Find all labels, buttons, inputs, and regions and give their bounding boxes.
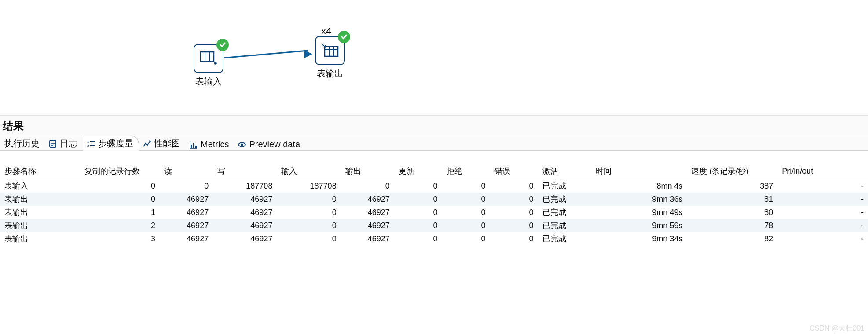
- cell-time: 8mn 4s: [591, 179, 687, 193]
- svg-rect-19: [193, 143, 194, 148]
- cell-input: 0: [277, 206, 341, 219]
- table-row[interactable]: 表输出14692746927046927000已完成9mn 49s80-: [0, 206, 868, 219]
- step-metrics-table-wrap: 步骤名称 复制的记录行数 读 写 输入 输出 更新 拒绝 错误 激活 时间 速度…: [0, 163, 868, 245]
- col-copied-rows[interactable]: 复制的记录行数: [80, 163, 160, 179]
- table-row[interactable]: 表输出34692746927046927000已完成9mn 34s82-: [0, 232, 868, 245]
- cell-read: 46927: [160, 219, 213, 232]
- cell-time: 9mn 49s: [591, 206, 687, 219]
- col-output[interactable]: 输出: [341, 163, 394, 179]
- col-speed[interactable]: 速度 (条记录/秒): [687, 163, 777, 179]
- svg-rect-0: [201, 52, 214, 62]
- tab-step-metrics-label: 步骤度量: [98, 138, 133, 149]
- cell-read: 46927: [160, 232, 213, 245]
- col-error[interactable]: 错误: [490, 163, 538, 179]
- step-table-input-box: [194, 44, 223, 73]
- cell-output: 46927: [341, 193, 394, 206]
- step-table-output-box: [315, 36, 345, 65]
- svg-text:1: 1: [87, 140, 89, 144]
- cell-write: 46927: [213, 206, 277, 219]
- cell-pri: -: [777, 232, 868, 245]
- step-table-input-label: 表输入: [194, 76, 223, 87]
- cell-active: 已完成: [538, 179, 591, 193]
- results-tabs: 执行历史 日志 1 2 步骤度量 性能图 Metrics: [0, 135, 868, 151]
- cell-step_name: 表输入: [0, 179, 80, 193]
- table-row[interactable]: 表输入001877081877080000已完成8mn 4s387-: [0, 179, 868, 193]
- cell-output: 46927: [341, 206, 394, 219]
- cell-pri: -: [777, 193, 868, 206]
- col-step-name[interactable]: 步骤名称: [0, 163, 80, 179]
- cell-time: 9mn 59s: [591, 219, 687, 232]
- log-icon: [48, 139, 57, 148]
- col-reject[interactable]: 拒绝: [442, 163, 490, 179]
- cell-input: 0: [277, 232, 341, 245]
- cell-speed: 78: [687, 219, 777, 232]
- transformation-canvas[interactable]: x4 表输入: [0, 0, 868, 110]
- cell-input: 0: [277, 193, 341, 206]
- svg-text:2: 2: [87, 144, 89, 148]
- tab-step-metrics[interactable]: 1 2 步骤度量: [83, 136, 139, 151]
- cell-copied_rows: 2: [80, 219, 160, 232]
- list-numbered-icon: 1 2: [87, 139, 95, 148]
- cell-read: 46927: [160, 193, 213, 206]
- cell-write: 46927: [213, 232, 277, 245]
- cell-error: 0: [490, 179, 538, 193]
- col-input[interactable]: 输入: [277, 163, 341, 179]
- tab-log[interactable]: 日志: [45, 136, 83, 150]
- tab-preview-data-label: Preview data: [249, 139, 300, 149]
- svg-rect-4: [325, 47, 338, 56]
- cell-error: 0: [490, 206, 538, 219]
- spacer: [0, 151, 868, 163]
- cell-update: 0: [394, 206, 442, 219]
- cell-reject: 0: [442, 193, 490, 206]
- cell-speed: 82: [687, 232, 777, 245]
- cell-step_name: 表输出: [0, 193, 80, 206]
- cell-reject: 0: [442, 219, 490, 232]
- step-table-input[interactable]: 表输入: [194, 44, 223, 87]
- col-time[interactable]: 时间: [591, 163, 687, 179]
- cell-update: 0: [394, 179, 442, 193]
- cell-speed: 80: [687, 206, 777, 219]
- cell-reject: 0: [442, 179, 490, 193]
- col-active[interactable]: 激活: [538, 163, 591, 179]
- col-read[interactable]: 读: [160, 163, 213, 179]
- tab-performance-graph[interactable]: 性能图: [139, 136, 186, 150]
- cell-output: 0: [341, 179, 394, 193]
- cell-copied_rows: 1: [80, 206, 160, 219]
- results-panel-title: 结果: [0, 116, 868, 135]
- cell-active: 已完成: [538, 193, 591, 206]
- tab-execution-history[interactable]: 执行历史: [1, 136, 45, 150]
- table-row[interactable]: 表输出24692746927046927000已完成9mn 59s78-: [0, 219, 868, 232]
- node-multiplicity-label: x4: [321, 25, 331, 37]
- tab-log-label: 日志: [60, 138, 77, 149]
- cell-input: 187708: [277, 179, 341, 193]
- col-pri[interactable]: Pri/in/out: [777, 163, 868, 179]
- table-input-icon: [200, 51, 217, 66]
- tab-metrics[interactable]: Metrics: [186, 138, 234, 150]
- table-output-icon: [321, 43, 339, 58]
- cell-write: 46927: [213, 219, 277, 232]
- tab-preview-data[interactable]: Preview data: [234, 138, 305, 150]
- cell-write: 46927: [213, 193, 277, 206]
- eye-icon: [238, 140, 246, 149]
- cell-active: 已完成: [538, 219, 591, 232]
- line-chart-icon: [143, 139, 151, 148]
- cell-active: 已完成: [538, 232, 591, 245]
- step-table-output[interactable]: 表输出: [315, 36, 345, 80]
- step-table-output-label: 表输出: [315, 68, 345, 80]
- tab-performance-graph-label: 性能图: [154, 138, 180, 149]
- col-update[interactable]: 更新: [394, 163, 442, 179]
- bar-chart-icon: [189, 140, 198, 149]
- cell-update: 0: [394, 219, 442, 232]
- hop-line: [224, 50, 308, 58]
- cell-read: 46927: [160, 206, 213, 219]
- cell-error: 0: [490, 219, 538, 232]
- hop-arrowhead-icon: [304, 50, 312, 58]
- cell-output: 46927: [341, 219, 394, 232]
- svg-rect-18: [191, 145, 192, 148]
- col-write[interactable]: 写: [213, 163, 277, 179]
- table-row[interactable]: 表输出04692746927046927000已完成9mn 36s81-: [0, 193, 868, 206]
- cell-input: 0: [277, 219, 341, 232]
- cell-output: 46927: [341, 232, 394, 245]
- cell-error: 0: [490, 232, 538, 245]
- cell-time: 9mn 36s: [591, 193, 687, 206]
